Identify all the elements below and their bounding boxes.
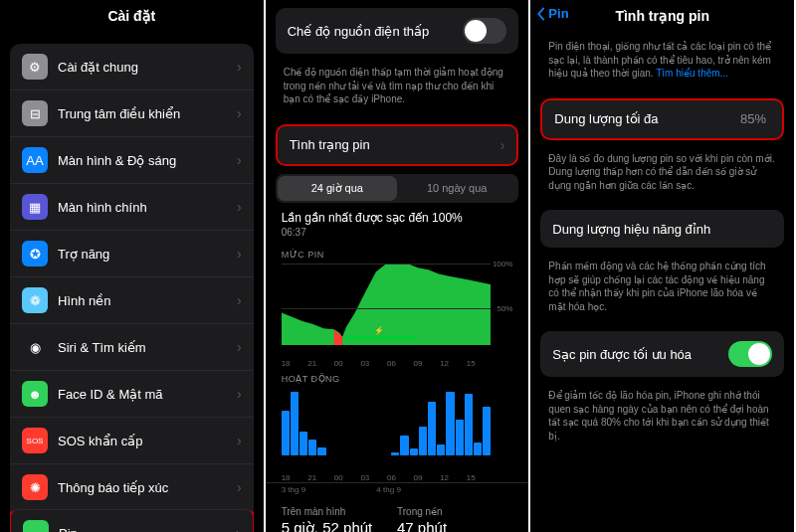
svg-marker-0 [282, 264, 492, 345]
page-title: Pin Tình trạng pin [530, 0, 794, 36]
settings-row-exposure[interactable]: ✺Thông báo tiếp xúc› [10, 463, 254, 510]
battery-icon: ▬ [23, 520, 49, 532]
settings-row-label: Màn hình chính [58, 200, 237, 215]
optimized-charging-label: Sạc pin được tối ưu hóa [552, 347, 728, 362]
exposure-icon: ✺ [22, 474, 48, 500]
page-title: Cài đặt [0, 0, 264, 36]
activity-bar [428, 402, 436, 455]
seg-10d[interactable]: 10 ngày qua [397, 176, 516, 201]
settings-row-label: Hình nền [58, 293, 237, 308]
svg-marker-1 [333, 329, 341, 345]
battery-health-row[interactable]: Tình trạng pin › [278, 126, 517, 164]
peak-perf-note: Phần mềm động và các hệ thống phần cứng … [530, 256, 794, 323]
activity-bar [474, 443, 482, 455]
activity-bar [410, 448, 418, 454]
settings-row-wallpaper[interactable]: ❁Hình nền› [10, 276, 254, 323]
settings-row-faceid[interactable]: ☻Face ID & Mật mã› [10, 370, 254, 417]
max-capacity-value: 85% [740, 111, 766, 126]
settings-row-gear[interactable]: ⚙Cài đặt chung› [10, 44, 254, 89]
time-range-segment[interactable]: 24 giờ qua 10 ngày qua [276, 174, 519, 203]
settings-row-display[interactable]: AAMàn hình & Độ sáng› [10, 136, 254, 183]
gear-icon: ⚙ [22, 54, 48, 80]
settings-row-label: Face ID & Mật mã [58, 387, 237, 402]
learn-more-link[interactable]: Tìm hiểu thêm... [656, 68, 728, 79]
max-capacity-group: Dung lượng tối đa 85% [540, 98, 784, 140]
settings-row-siri[interactable]: ◉Siri & Tìm kiếm› [10, 323, 254, 370]
settings-row-battery[interactable]: ▬Pin› [10, 509, 254, 532]
low-power-toggle[interactable] [463, 18, 506, 44]
x-axis-activity: 1821000306091215 [266, 473, 529, 482]
activity-chart [282, 388, 513, 467]
faceid-icon: ☻ [22, 381, 48, 407]
sos-icon: SOS [22, 428, 48, 453]
optimized-charging-note: Để giảm tốc độ lão hóa pin, iPhone ghi n… [530, 385, 794, 452]
control-center-icon: ⊟ [22, 100, 48, 126]
wallpaper-icon: ❁ [22, 287, 48, 313]
last-charge-time: 06:37 [266, 225, 529, 244]
activity-bar [465, 394, 473, 454]
activity-bar [483, 407, 491, 455]
settings-row-control-center[interactable]: ⊟Trung tâm điều khiển› [10, 89, 254, 136]
activity-bar [400, 436, 408, 454]
settings-group: ⚙Cài đặt chung›⊟Trung tâm điều khiển›AAM… [10, 44, 254, 532]
date-left: 3 thg 9 [282, 485, 377, 494]
optimized-charging-toggle[interactable] [728, 341, 772, 367]
activity-bar [437, 444, 445, 454]
settings-row-label: Cài đặt chung [58, 60, 237, 75]
activity-bar [419, 427, 427, 454]
display-icon: AA [22, 147, 48, 173]
low-power-label: Chế độ nguồn điện thấp [288, 24, 464, 39]
peak-perf-label: Dung lượng hiệu năng đỉnh [552, 222, 772, 237]
battery-health-group: Tình trạng pin › [276, 124, 519, 166]
chevron-right-icon: › [237, 292, 242, 308]
low-power-row[interactable]: Chế độ nguồn điện thấp [276, 8, 519, 54]
activity-bar [291, 392, 298, 455]
chevron-right-icon: › [500, 137, 505, 153]
activity-bar [446, 392, 454, 455]
optimized-charging-row[interactable]: Sạc pin được tối ưu hóa [540, 331, 784, 377]
chevron-right-icon: › [237, 386, 242, 402]
activity-bar [282, 411, 290, 455]
screen-on-value: 5 giờ, 52 phút [282, 519, 397, 533]
settings-row-sos[interactable]: SOSSOS khẩn cấp› [10, 417, 254, 463]
usage-stats: Trên màn hình 5 giờ, 52 phút Trong nền 4… [266, 500, 529, 533]
chevron-left-icon [536, 7, 546, 21]
screen-settings: Cài đặt ⚙Cài đặt chung›⊟Trung tâm điều k… [0, 0, 266, 532]
settings-row-home-screen[interactable]: ▦Màn hình chính› [10, 183, 254, 230]
screen-battery: Chế độ nguồn điện thấp Chế độ nguồn điện… [266, 0, 531, 532]
chevron-right-icon: › [237, 199, 242, 215]
screen-on-label: Trên màn hình [282, 506, 397, 517]
activity-caption: HOẠT ĐỘNG [266, 368, 529, 386]
x-axis-level: 1821000306091215 [266, 359, 529, 368]
settings-row-label: SOS khẩn cấp [58, 434, 237, 448]
max-capacity-note: Đây là số đo dung lượng pin so với khi p… [530, 148, 794, 203]
background-label: Trong nền [397, 506, 512, 517]
background-value: 47 phút [397, 519, 512, 533]
peak-perf-group: Dung lượng hiệu năng đỉnh [540, 210, 784, 248]
activity-bar [317, 447, 325, 455]
activity-bar [299, 432, 307, 454]
settings-row-label: Màn hình & Độ sáng [58, 153, 237, 168]
peak-perf-row[interactable]: Dung lượng hiệu năng đỉnh [540, 210, 784, 248]
activity-bars [282, 392, 492, 455]
seg-24h[interactable]: 24 giờ qua [278, 176, 397, 201]
max-capacity-row[interactable]: Dung lượng tối đa 85% [542, 100, 782, 138]
settings-row-label: Thông báo tiếp xúc [58, 480, 237, 495]
settings-row-label: Trung tâm điều khiển [58, 106, 237, 121]
settings-row-label: Trợ năng [58, 247, 237, 262]
settings-row-accessibility[interactable]: ✪Trợ năng› [10, 230, 254, 276]
chevron-right-icon: › [236, 525, 241, 532]
low-power-group: Chế độ nguồn điện thấp [276, 8, 519, 54]
screen-battery-health: Pin Tình trạng pin Pin điện thoại, giống… [530, 0, 796, 532]
back-button[interactable]: Pin [536, 6, 568, 21]
low-power-note: Chế độ nguồn điện thấp tạm thời giảm hoạ… [266, 62, 529, 116]
activity-bar [456, 420, 464, 455]
chevron-right-icon: › [237, 59, 242, 75]
chevron-right-icon: › [237, 105, 242, 121]
siri-icon: ◉ [22, 334, 48, 360]
settings-row-label: Siri & Tìm kiếm [58, 340, 237, 355]
home-screen-icon: ▦ [22, 194, 48, 220]
last-charge-label: Lần gần nhất được sạc đến 100% [266, 211, 529, 225]
max-capacity-label: Dung lượng tối đa [554, 111, 740, 126]
battery-level-caption: MỨC PIN [266, 244, 529, 262]
